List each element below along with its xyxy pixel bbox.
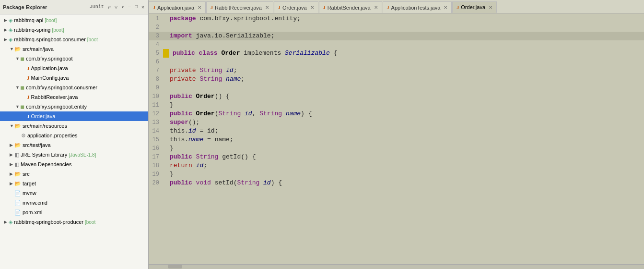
tab-rabbitsender-java[interactable]: J RabbitSender.java ✕: [319, 1, 382, 13]
folder-icon: 📂: [14, 171, 21, 177]
tree-item-rabbitmq-springboot-consumer[interactable]: ▶ ◈ rabbitmq-springboot-consumer [boot: [0, 35, 148, 44]
code-line-10: 10 public Order() {: [149, 92, 644, 101]
tree-item-rabbitmq-api[interactable]: ▶ ◈ rabbitmq-api [boot]: [0, 15, 148, 25]
tree-item-mvnw-cmd[interactable]: 📄 mvnw.cmd: [0, 198, 148, 208]
tree-arrow: ▼: [10, 123, 14, 128]
tree-item-rabbitmq-springboot-producer[interactable]: ▶ ◈ rabbitmq-springboot-producer [boot: [0, 217, 148, 227]
package-explorer-panel: Package Explorer JUnit ⇄ ▽ ▾ — □ ✕ ▶ ◈ r…: [0, 0, 149, 269]
collapse-icon[interactable]: ▽: [114, 4, 118, 11]
code-line-20: 20 public void setId(String id) {: [149, 179, 644, 187]
tree-label: com.bfxy.springboot: [26, 56, 73, 61]
code-line-14: 14 this.id = id;: [149, 127, 644, 135]
code-line-6: 6: [149, 58, 644, 66]
code-line-11: 11 }: [149, 101, 644, 110]
jre-badge: [JavaSE-1.8]: [69, 152, 96, 158]
tree-arrow: ▶: [10, 162, 14, 167]
tree-arrow: ▶: [10, 143, 14, 147]
library-icon: ◧: [14, 152, 19, 158]
tab-applicationtests-java[interactable]: J ApplicationTests.java ✕: [383, 1, 452, 13]
tree-label: src/test/java: [23, 142, 51, 148]
text-cursor: [275, 33, 275, 39]
tree-arrow: ▶: [10, 181, 14, 186]
tree-item-src-test-java[interactable]: ▶ 📂 src/test/java: [0, 140, 148, 150]
tree-label: MainConfig.java: [31, 75, 69, 81]
tree-item-src-main-resources[interactable]: ▼ 📂 src/main/resources: [0, 121, 148, 131]
tree-item-com-bfxy-springboot[interactable]: ▼ ◼ com.bfxy.springboot: [0, 54, 148, 63]
code-line-7: 7 private String id;: [149, 66, 644, 75]
tree-item-application-properties[interactable]: ⚙ application.properties: [0, 131, 148, 140]
java-file-icon: J: [27, 65, 30, 71]
tree-label: com.bfxy.springboot.conusmer: [26, 85, 97, 90]
tree-arrow: ▶: [4, 37, 9, 42]
tree-label: Maven Dependencies: [21, 161, 71, 167]
tree-item-maven-deps[interactable]: ▶ ◧ Maven Dependencies: [0, 159, 148, 169]
code-area[interactable]: 1 package com.bfxy.springboot.entity; 2 …: [149, 13, 644, 264]
tab-label: Order.java: [461, 4, 485, 10]
package-icon: ◼: [20, 104, 24, 110]
tab-order-java-active[interactable]: J Order.java ✕: [452, 1, 497, 13]
minimize-icon[interactable]: —: [127, 4, 132, 10]
tab-label: ApplicationTests.java: [391, 5, 441, 11]
tab-label: RabbitReceiver.java: [215, 5, 262, 11]
code-lines: 1 package com.bfxy.springboot.entity; 2 …: [149, 13, 644, 264]
tree-item-mainconfig-java[interactable]: J MainConfig.java: [0, 73, 148, 83]
boot-badge: [boot: [87, 37, 98, 42]
tree-item-rabbitreceiver-java[interactable]: J RabbitReceiver.java: [0, 92, 148, 102]
tree-item-application-java[interactable]: J Application.java: [0, 63, 148, 73]
tree-label: com.bfxy.springboot.entity: [26, 104, 87, 110]
tab-order-java-1[interactable]: J Order.java ✕: [274, 1, 318, 13]
tree-label: src/main/resources: [23, 123, 67, 129]
tree-item-com-bfxy-conusmer[interactable]: ▼ ◼ com.bfxy.springboot.conusmer: [0, 83, 148, 92]
tree-item-order-java[interactable]: J Order.java: [0, 111, 148, 121]
tree-label: rabbitmq-api: [14, 17, 43, 23]
tab-close-button[interactable]: ✕: [374, 5, 378, 10]
tab-rabbitreceiver-java[interactable]: J RabbitReceiver.java ✕: [206, 1, 273, 13]
tree-label: rabbitmq-springboot-producer: [14, 219, 83, 225]
tab-close-button[interactable]: ✕: [198, 5, 201, 10]
tab-application-java[interactable]: J Application.java ✕: [149, 1, 206, 13]
tab-close-button[interactable]: ✕: [444, 5, 447, 10]
sync-icon[interactable]: ⇄: [107, 4, 112, 11]
tree-arrow: ▶: [4, 220, 9, 224]
java-file-icon: J: [27, 75, 30, 81]
menu-icon[interactable]: ▾: [120, 4, 125, 11]
code-line-5: 5 public class Order implements Serializ…: [149, 49, 644, 58]
properties-file-icon: ⚙: [21, 133, 26, 139]
code-line-1: 1 package com.bfxy.springboot.entity;: [149, 14, 644, 23]
panel-toolbar: ⇄ ▽ ▾ — □ ✕: [107, 4, 145, 11]
horizontal-scrollbar[interactable]: [149, 264, 644, 269]
java-icon: J: [457, 5, 459, 10]
close-icon[interactable]: ✕: [141, 4, 145, 11]
tab-close-button[interactable]: ✕: [310, 5, 314, 10]
tree-item-target[interactable]: ▶ 📂 target: [0, 179, 148, 188]
tree-item-src[interactable]: ▶ 📂 src: [0, 169, 148, 179]
code-line-18: 18 return id;: [149, 161, 644, 170]
code-line-13: 13 super();: [149, 118, 644, 127]
java-file-icon: J: [27, 94, 30, 100]
tree-arrow: ▼: [15, 56, 20, 61]
warning-marker: [163, 49, 169, 58]
java-icon: J: [387, 5, 389, 10]
scrollbar-thumb[interactable]: [168, 265, 182, 269]
tree-item-mvnw[interactable]: 📄 mvnw: [0, 188, 148, 198]
tree-label: pom.xml: [23, 209, 43, 215]
folder-icon: 📂: [14, 46, 21, 52]
boot-badge: [boot]: [52, 27, 64, 33]
junit-tab[interactable]: JUnit: [90, 4, 104, 10]
tree-label: mvnw.cmd: [23, 200, 47, 206]
tree-item-pom-xml[interactable]: 📄 pom.xml: [0, 208, 148, 217]
tab-label: Application.java: [157, 5, 194, 11]
maximize-icon[interactable]: □: [134, 4, 139, 10]
tab-close-button[interactable]: ✕: [489, 5, 492, 10]
tree-item-rabbitmq-spring[interactable]: ▶ ◈ rabbitmq-spring [boot]: [0, 25, 148, 35]
project-icon: ◈: [9, 27, 12, 33]
tree-item-com-bfxy-entity[interactable]: ▼ ◼ com.bfxy.springboot.entity: [0, 102, 148, 111]
tree-item-jre-library[interactable]: ▶ ◧ JRE System Library [JavaSE-1.8]: [0, 150, 148, 159]
tree-label: src/main/java: [23, 46, 54, 52]
tab-label: RabbitSender.java: [328, 5, 371, 11]
code-line-19: 19 }: [149, 170, 644, 179]
tree-item-src-main-java[interactable]: ▼ 📂 src/main/java: [0, 44, 148, 54]
editor-tabs-bar: J Application.java ✕ J RabbitReceiver.ja…: [149, 0, 644, 13]
panel-title: Package Explorer: [3, 4, 86, 10]
tab-close-button[interactable]: ✕: [265, 5, 269, 10]
